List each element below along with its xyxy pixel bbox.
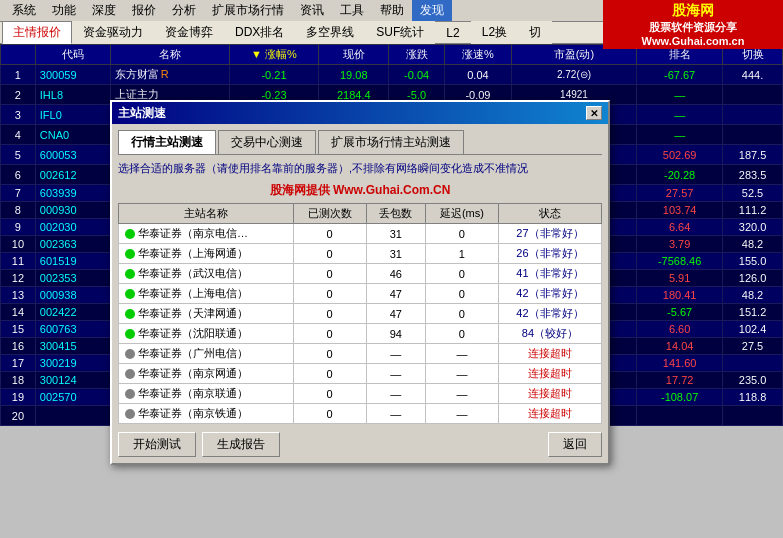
- gray-dot: [125, 389, 135, 399]
- col-name: 名称: [110, 45, 229, 65]
- dialog-titlebar: 主站测速 ✕: [112, 102, 608, 124]
- server-table-row[interactable]: 华泰证券（沈阳联通） 0 94 0 84（较好）: [119, 324, 602, 344]
- tab-capital-drive[interactable]: 资金驱动力: [72, 21, 154, 44]
- tab-l2[interactable]: L2: [435, 23, 470, 43]
- tab-main-quote[interactable]: 主情报价: [2, 21, 72, 44]
- menu-analysis[interactable]: 分析: [164, 0, 204, 21]
- server-delay: 1: [425, 244, 498, 264]
- row-code: 300124: [35, 372, 110, 389]
- dialog-close-button[interactable]: ✕: [586, 106, 602, 120]
- row-col1: -7568.46: [637, 253, 723, 270]
- server-table-row[interactable]: 华泰证券（南京网通） 0 — — 连接超时: [119, 364, 602, 384]
- server-table-row[interactable]: 华泰证券（南京联通） 0 — — 连接超时: [119, 384, 602, 404]
- server-delay: —: [425, 364, 498, 384]
- dialog-watermark: 股海网提供 Www.Guhai.Com.CN: [270, 183, 451, 197]
- server-col-delay: 延迟(ms): [425, 204, 498, 224]
- row-code: 601519: [35, 253, 110, 270]
- brand-logo: 股海网 股票软件资源分享 Www.Guhai.com.cn: [603, 0, 783, 49]
- menu-discover[interactable]: 发现: [412, 0, 452, 21]
- server-count: 0: [293, 264, 366, 284]
- server-lost: —: [366, 344, 425, 364]
- tab-l2-switch[interactable]: L2换: [471, 21, 518, 44]
- server-table-row[interactable]: 华泰证券（广州电信） 0 — — 连接超时: [119, 344, 602, 364]
- menu-help[interactable]: 帮助: [372, 0, 412, 21]
- row-num: 6: [1, 165, 36, 185]
- green-dot: [125, 289, 135, 299]
- server-name: 华泰证券（南京网通）: [119, 364, 294, 384]
- row-col1: 5.91: [637, 270, 723, 287]
- table-row[interactable]: 1 300059 东方财富R -0.21 19.08 -0.04 0.04 2.…: [1, 65, 783, 85]
- server-lost: 31: [366, 224, 425, 244]
- row-code: 300415: [35, 338, 110, 355]
- tab-ddx-rank[interactable]: DDX排名: [224, 21, 295, 44]
- row-num: 2: [1, 85, 36, 105]
- row-col1: 103.74: [637, 202, 723, 219]
- row-delta: -0.04: [389, 65, 445, 85]
- row-col2: 118.8: [723, 389, 783, 406]
- server-table-row[interactable]: 华泰证券（南京电信… 0 31 0 27（非常好）: [119, 224, 602, 244]
- menu-info[interactable]: 资讯: [292, 0, 332, 21]
- gray-dot: [125, 369, 135, 379]
- tab-capital-game[interactable]: 资金博弈: [154, 21, 224, 44]
- row-code: 300059: [35, 65, 110, 85]
- row-col1: -67.67: [637, 65, 723, 85]
- tab-suf[interactable]: SUF统计: [365, 21, 435, 44]
- col-change: ▼ 涨幅%: [229, 45, 319, 65]
- server-table-row[interactable]: 华泰证券（上海网通） 0 31 1 26（非常好）: [119, 244, 602, 264]
- generate-report-button[interactable]: 生成报告: [202, 432, 280, 457]
- row-col2: [723, 85, 783, 105]
- row-col2: [723, 406, 783, 426]
- row-code: 300219: [35, 355, 110, 372]
- server-count: 0: [293, 364, 366, 384]
- row-speed: 0.04: [445, 65, 512, 85]
- row-code: 000930: [35, 202, 110, 219]
- dialog-tab-trade[interactable]: 交易中心测速: [218, 130, 316, 154]
- row-num: 14: [1, 304, 36, 321]
- server-table-row[interactable]: 华泰证券（上海电信） 0 47 0 42（非常好）: [119, 284, 602, 304]
- row-col2: 235.0: [723, 372, 783, 389]
- row-num: 19: [1, 389, 36, 406]
- server-status: 连接超时: [498, 404, 601, 424]
- row-num: 7: [1, 185, 36, 202]
- col-speed: 涨速%: [445, 45, 512, 65]
- dialog-hint: 选择合适的服务器（请使用排名靠前的服务器）,不排除有网络瞬间变化造成不准情况: [118, 161, 602, 176]
- dialog-tab-ext[interactable]: 扩展市场行情主站测速: [318, 130, 464, 154]
- server-table-row[interactable]: 华泰证券（天津网通） 0 47 0 42（非常好）: [119, 304, 602, 324]
- dialog-tab-quote[interactable]: 行情主站测速: [118, 130, 216, 154]
- menu-depth[interactable]: 深度: [84, 0, 124, 21]
- row-num: 11: [1, 253, 36, 270]
- row-num: 13: [1, 287, 36, 304]
- row-col1: -20.28: [637, 165, 723, 185]
- server-status: 26（非常好）: [498, 244, 601, 264]
- menu-system[interactable]: 系统: [4, 0, 44, 21]
- server-name: 华泰证券（武汉电信）: [119, 264, 294, 284]
- tab-cut[interactable]: 切: [518, 21, 552, 44]
- row-code: 603939: [35, 185, 110, 202]
- row-col1: 6.60: [637, 321, 723, 338]
- row-col2: 187.5: [723, 145, 783, 165]
- row-col1: 6.64: [637, 219, 723, 236]
- dialog-footer-left: 开始测试 生成报告: [118, 432, 280, 457]
- row-code: IHL8: [35, 85, 110, 105]
- back-button[interactable]: 返回: [548, 432, 602, 457]
- server-name: 华泰证券（南京铁通）: [119, 404, 294, 424]
- server-table-row[interactable]: 华泰证券（武汉电信） 0 46 0 41（非常好）: [119, 264, 602, 284]
- dialog-main-test: 主站测速 ✕ 行情主站测速 交易中心测速 扩展市场行情主站测速 选择合适的服务器…: [110, 100, 610, 465]
- server-table-row[interactable]: 华泰证券（南京铁通） 0 — — 连接超时: [119, 404, 602, 424]
- col-delta: 涨跌: [389, 45, 445, 65]
- menu-function[interactable]: 功能: [44, 0, 84, 21]
- menu-quote[interactable]: 报价: [124, 0, 164, 21]
- menu-market[interactable]: 扩展市场行情: [204, 0, 292, 21]
- green-dot: [125, 309, 135, 319]
- server-name: 华泰证券（广州电信）: [119, 344, 294, 364]
- row-num: 16: [1, 338, 36, 355]
- server-count: 0: [293, 404, 366, 424]
- server-lost: —: [366, 404, 425, 424]
- menu-tools[interactable]: 工具: [332, 0, 372, 21]
- server-status: 连接超时: [498, 344, 601, 364]
- dialog-tab-bar: 行情主站测速 交易中心测速 扩展市场行情主站测速: [118, 130, 602, 155]
- start-test-button[interactable]: 开始测试: [118, 432, 196, 457]
- row-code: 002422: [35, 304, 110, 321]
- col-num: [1, 45, 36, 65]
- tab-bull-bear[interactable]: 多空界线: [295, 21, 365, 44]
